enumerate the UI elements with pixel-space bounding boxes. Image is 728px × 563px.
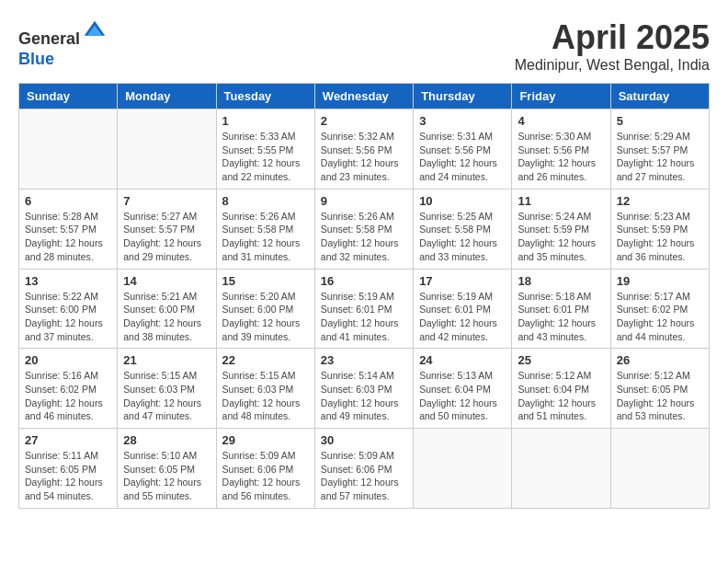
day-number: 19 [617, 274, 703, 288]
day-info: Sunrise: 5:12 AM Sunset: 6:04 PM Dayligh… [518, 369, 604, 423]
day-info: Sunrise: 5:10 AM Sunset: 6:05 PM Dayligh… [123, 449, 210, 503]
day-info: Sunrise: 5:13 AM Sunset: 6:04 PM Dayligh… [419, 369, 506, 423]
day-info: Sunrise: 5:20 AM Sunset: 6:00 PM Dayligh… [222, 290, 309, 344]
day-number: 22 [222, 353, 309, 367]
calendar-cell: 3Sunrise: 5:31 AM Sunset: 5:56 PM Daylig… [414, 109, 512, 190]
calendar-cell [414, 429, 512, 509]
calendar-cell [512, 429, 610, 509]
day-number: 18 [518, 274, 604, 288]
calendar-cell [610, 429, 709, 509]
calendar-week-row: 27Sunrise: 5:11 AM Sunset: 6:05 PM Dayli… [19, 429, 710, 509]
day-number: 29 [222, 433, 309, 447]
calendar-cell: 27Sunrise: 5:11 AM Sunset: 6:05 PM Dayli… [19, 429, 118, 509]
title-block: April 2025 Medinipur, West Bengal, India [515, 18, 710, 74]
calendar-cell: 29Sunrise: 5:09 AM Sunset: 6:06 PM Dayli… [216, 429, 314, 509]
day-info: Sunrise: 5:27 AM Sunset: 5:57 PM Dayligh… [123, 210, 210, 264]
location-title: Medinipur, West Bengal, India [515, 57, 710, 74]
calendar-cell: 23Sunrise: 5:14 AM Sunset: 6:03 PM Dayli… [314, 349, 413, 429]
day-number: 1 [222, 114, 309, 128]
logo-icon [82, 18, 108, 44]
day-info: Sunrise: 5:26 AM Sunset: 5:58 PM Dayligh… [222, 210, 309, 264]
day-info: Sunrise: 5:32 AM Sunset: 5:56 PM Dayligh… [321, 130, 407, 184]
day-number: 24 [419, 353, 506, 367]
day-info: Sunrise: 5:14 AM Sunset: 6:03 PM Dayligh… [321, 369, 407, 423]
day-number: 20 [25, 353, 111, 367]
day-number: 2 [321, 114, 407, 128]
calendar-cell: 19Sunrise: 5:17 AM Sunset: 6:02 PM Dayli… [610, 269, 709, 349]
calendar-cell: 14Sunrise: 5:21 AM Sunset: 6:00 PM Dayli… [118, 269, 216, 349]
weekday-header-wednesday: Wednesday [314, 84, 413, 109]
weekday-header-sunday: Sunday [19, 84, 118, 109]
day-info: Sunrise: 5:25 AM Sunset: 5:58 PM Dayligh… [419, 210, 506, 264]
day-info: Sunrise: 5:16 AM Sunset: 6:02 PM Dayligh… [25, 369, 111, 423]
calendar-cell: 8Sunrise: 5:26 AM Sunset: 5:58 PM Daylig… [216, 189, 314, 269]
weekday-header-saturday: Saturday [610, 84, 709, 109]
calendar-cell [19, 109, 118, 190]
day-info: Sunrise: 5:23 AM Sunset: 5:59 PM Dayligh… [617, 210, 703, 264]
calendar-cell: 1Sunrise: 5:33 AM Sunset: 5:55 PM Daylig… [216, 109, 314, 190]
calendar-cell: 9Sunrise: 5:26 AM Sunset: 5:58 PM Daylig… [314, 189, 413, 269]
day-number: 30 [321, 433, 407, 447]
day-info: Sunrise: 5:31 AM Sunset: 5:56 PM Dayligh… [419, 130, 506, 184]
day-info: Sunrise: 5:29 AM Sunset: 5:57 PM Dayligh… [617, 130, 703, 184]
day-info: Sunrise: 5:21 AM Sunset: 6:00 PM Dayligh… [123, 290, 210, 344]
calendar-week-row: 6Sunrise: 5:28 AM Sunset: 5:57 PM Daylig… [19, 189, 710, 269]
day-number: 5 [617, 114, 703, 128]
day-number: 6 [25, 194, 111, 208]
weekday-header-friday: Friday [512, 84, 610, 109]
day-number: 12 [617, 194, 703, 208]
calendar-week-row: 20Sunrise: 5:16 AM Sunset: 6:02 PM Dayli… [19, 349, 710, 429]
day-info: Sunrise: 5:15 AM Sunset: 6:03 PM Dayligh… [222, 369, 309, 423]
calendar-cell: 2Sunrise: 5:32 AM Sunset: 5:56 PM Daylig… [314, 109, 413, 190]
day-info: Sunrise: 5:28 AM Sunset: 5:57 PM Dayligh… [25, 210, 111, 264]
weekday-header-monday: Monday [118, 84, 216, 109]
day-info: Sunrise: 5:30 AM Sunset: 5:56 PM Dayligh… [518, 130, 604, 184]
month-title: April 2025 [515, 18, 710, 57]
day-info: Sunrise: 5:09 AM Sunset: 6:06 PM Dayligh… [222, 449, 309, 503]
day-info: Sunrise: 5:17 AM Sunset: 6:02 PM Dayligh… [617, 290, 703, 344]
day-info: Sunrise: 5:09 AM Sunset: 6:06 PM Dayligh… [321, 449, 407, 503]
day-number: 14 [123, 274, 210, 288]
day-info: Sunrise: 5:11 AM Sunset: 6:05 PM Dayligh… [25, 449, 111, 503]
day-number: 21 [123, 353, 210, 367]
day-number: 27 [25, 433, 111, 447]
day-number: 17 [419, 274, 506, 288]
day-info: Sunrise: 5:19 AM Sunset: 6:01 PM Dayligh… [321, 290, 407, 344]
calendar-cell: 11Sunrise: 5:24 AM Sunset: 5:59 PM Dayli… [512, 189, 610, 269]
calendar-cell: 22Sunrise: 5:15 AM Sunset: 6:03 PM Dayli… [216, 349, 314, 429]
calendar-cell: 17Sunrise: 5:19 AM Sunset: 6:01 PM Dayli… [414, 269, 512, 349]
day-info: Sunrise: 5:15 AM Sunset: 6:03 PM Dayligh… [123, 369, 210, 423]
day-number: 10 [419, 194, 506, 208]
day-number: 28 [123, 433, 210, 447]
day-info: Sunrise: 5:24 AM Sunset: 5:59 PM Dayligh… [518, 210, 604, 264]
day-info: Sunrise: 5:12 AM Sunset: 6:05 PM Dayligh… [617, 369, 703, 423]
weekday-header-thursday: Thursday [414, 84, 512, 109]
calendar-table: SundayMondayTuesdayWednesdayThursdayFrid… [18, 83, 710, 509]
calendar-cell: 16Sunrise: 5:19 AM Sunset: 6:01 PM Dayli… [314, 269, 413, 349]
weekday-header-row: SundayMondayTuesdayWednesdayThursdayFrid… [19, 84, 710, 109]
calendar-cell [118, 109, 216, 190]
day-number: 3 [419, 114, 506, 128]
calendar-cell: 13Sunrise: 5:22 AM Sunset: 6:00 PM Dayli… [19, 269, 118, 349]
logo-general: General [18, 29, 80, 48]
day-info: Sunrise: 5:19 AM Sunset: 6:01 PM Dayligh… [419, 290, 506, 344]
page-header: General Blue April 2025 Medinipur, West … [18, 18, 710, 74]
day-number: 16 [321, 274, 407, 288]
calendar-cell: 28Sunrise: 5:10 AM Sunset: 6:05 PM Dayli… [118, 429, 216, 509]
day-number: 15 [222, 274, 309, 288]
calendar-cell: 6Sunrise: 5:28 AM Sunset: 5:57 PM Daylig… [19, 189, 118, 269]
calendar-cell: 10Sunrise: 5:25 AM Sunset: 5:58 PM Dayli… [414, 189, 512, 269]
logo: General Blue [18, 18, 108, 69]
calendar-cell: 26Sunrise: 5:12 AM Sunset: 6:05 PM Dayli… [610, 349, 709, 429]
day-number: 4 [518, 114, 604, 128]
day-info: Sunrise: 5:26 AM Sunset: 5:58 PM Dayligh… [321, 210, 407, 264]
calendar-cell: 18Sunrise: 5:18 AM Sunset: 6:01 PM Dayli… [512, 269, 610, 349]
calendar-week-row: 1Sunrise: 5:33 AM Sunset: 5:55 PM Daylig… [19, 109, 710, 190]
calendar-cell: 15Sunrise: 5:20 AM Sunset: 6:00 PM Dayli… [216, 269, 314, 349]
calendar-cell: 20Sunrise: 5:16 AM Sunset: 6:02 PM Dayli… [19, 349, 118, 429]
calendar-cell: 30Sunrise: 5:09 AM Sunset: 6:06 PM Dayli… [314, 429, 413, 509]
calendar-cell: 12Sunrise: 5:23 AM Sunset: 5:59 PM Dayli… [610, 189, 709, 269]
weekday-header-tuesday: Tuesday [216, 84, 314, 109]
day-info: Sunrise: 5:22 AM Sunset: 6:00 PM Dayligh… [25, 290, 111, 344]
day-number: 7 [123, 194, 210, 208]
